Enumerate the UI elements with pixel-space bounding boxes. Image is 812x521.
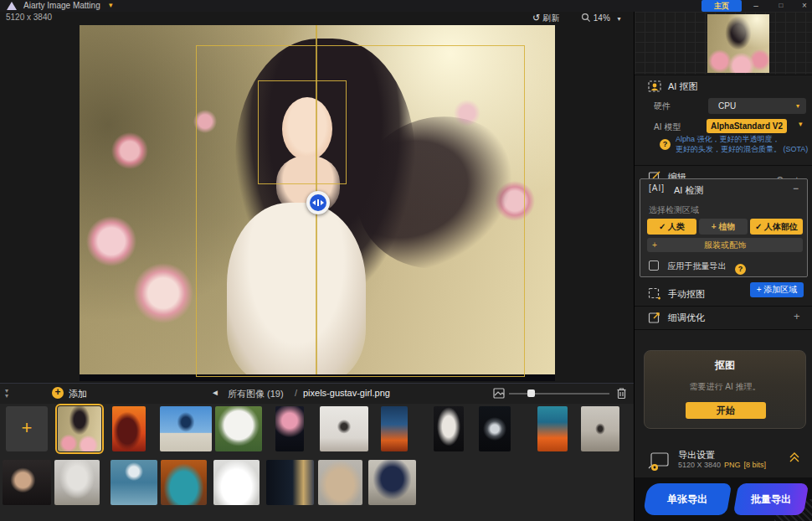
refresh-icon: ↺	[532, 13, 540, 23]
add-image-label[interactable]: 添加	[69, 388, 87, 400]
thumbnail-row-1: +	[0, 406, 634, 451]
thumbnail-skateboarder[interactable]	[160, 406, 212, 451]
thumbnail-orange-silhouette[interactable]	[112, 406, 146, 451]
hardware-label: 硬件	[654, 101, 671, 112]
detect-clothes-button[interactable]: +服装或配饰	[647, 238, 803, 252]
maximize-button[interactable]: □	[772, 0, 790, 12]
breadcrumb-current-file: pixels-gustav-girl.png	[303, 388, 390, 398]
preview-checkerboard	[635, 12, 812, 75]
zoom-level: 14%	[594, 13, 610, 23]
thumbnail-jumping-group[interactable]	[320, 406, 368, 451]
trash-icon[interactable]	[616, 387, 627, 400]
thumbnail-white-fabric[interactable]	[434, 406, 464, 451]
app-menu-chevron-icon[interactable]: ▾	[109, 1, 113, 9]
thumbnail-dark-flower[interactable]	[479, 406, 511, 451]
detect-human-button[interactable]: ✓ 人类	[647, 219, 696, 235]
model-hint-text: Alpha 强化，更好的半透明度， 更好的头发，更好的混合质量。 (SOTA)	[676, 134, 808, 154]
apply-batch-row: 应用于批量导出 ?	[649, 257, 746, 271]
thumbnail-row-2	[0, 460, 634, 505]
close-button[interactable]: ×	[795, 0, 812, 12]
start-button[interactable]: 开始	[686, 402, 766, 419]
add-image-icon[interactable]: +	[52, 387, 64, 399]
breadcrumb-separator: /	[295, 388, 297, 398]
ai-matting-title: AI 抠图	[668, 76, 697, 96]
divider	[635, 165, 812, 166]
matting-card-title: 抠图	[645, 359, 805, 373]
detect-region-subtitle: 选择检测区域	[649, 204, 699, 216]
breadcrumb-all-images[interactable]: 所有图像 (19)	[228, 388, 284, 400]
zoom-chevron-icon: ▾	[618, 15, 621, 23]
preview-thumbnail[interactable]	[707, 14, 769, 73]
ai-matting-section: AI 抠图	[635, 76, 812, 96]
refine-add-icon[interactable]: +	[794, 307, 800, 327]
detect-plant-button[interactable]: + 植物	[699, 219, 748, 235]
export-footer: 单张导出 批量导出	[635, 477, 812, 521]
model-select[interactable]: AlphaStandard V2	[707, 119, 787, 133]
thumbnail-white-sofa[interactable]	[213, 460, 260, 505]
thumbnail-beige-outfit-woman[interactable]	[318, 460, 362, 505]
apply-batch-help-icon[interactable]: ?	[735, 264, 746, 275]
right-sidebar: AI 抠图 硬件 CPU▾ AI 模型 AlphaStandard V2 ▾ ?…	[634, 12, 812, 521]
detection-region-rect[interactable]	[196, 45, 525, 377]
ai-detect-header: [AI] AI 检测 −	[640, 183, 807, 199]
thumbnail-blue-hair-woman[interactable]	[537, 406, 568, 451]
add-image-tile[interactable]: +	[6, 406, 48, 451]
ai-detect-title: AI 检测	[674, 184, 703, 197]
thumbnail-dandelion[interactable]	[215, 406, 262, 451]
double-chevron-up-icon[interactable]	[789, 451, 800, 464]
export-batch-button[interactable]: 批量导出	[733, 483, 809, 515]
thumbnail-veiled-woman[interactable]	[54, 460, 100, 505]
thumbnail-fashion-dark[interactable]	[266, 460, 314, 505]
hardware-row: 硬件 CPU▾	[635, 101, 812, 117]
zoom-control[interactable]: 14% ▾	[581, 13, 621, 23]
export-single-button[interactable]: 单张导出	[643, 483, 732, 515]
filmstrip-panel: ▾▾ + 添加 ◄ 所有图像 (19) / pixels-gustav-girl…	[0, 383, 634, 521]
refresh-button[interactable]: ↺刷新	[532, 13, 559, 24]
manual-matting-icon	[648, 287, 661, 301]
ai-detect-icon: [AI]	[649, 183, 665, 193]
detect-body-button[interactable]: ✓ 人体部位	[750, 219, 803, 235]
thumbnail-beach-walker[interactable]	[581, 406, 619, 451]
compare-slider-icon	[310, 194, 326, 211]
apply-batch-label: 应用于批量导出	[667, 261, 726, 271]
compare-slider-handle[interactable]	[306, 191, 330, 214]
thumbnail-jellyfish[interactable]	[275, 406, 304, 451]
face-detection-rect[interactable]	[258, 80, 347, 184]
refine-section: 细调优化 +	[635, 307, 812, 328]
model-help-icon[interactable]: ?	[660, 139, 671, 150]
add-region-button[interactable]: + 添加区域	[750, 282, 804, 297]
image-dimensions-label: 5120 x 3840	[6, 13, 52, 22]
magnifier-icon	[581, 13, 591, 23]
collapse-panel-icon[interactable]: −	[793, 183, 799, 194]
ai-matting-icon	[648, 80, 661, 93]
filmstrip-header: ▾▾ + 添加 ◄ 所有图像 (19) / pixels-gustav-girl…	[0, 384, 634, 404]
export-settings-row[interactable]: 导出设置 5120 X 3840PNG[8 bits]	[635, 449, 812, 477]
divider	[635, 306, 812, 307]
thumbnail-size-slider[interactable]	[509, 393, 609, 395]
refresh-label: 刷新	[542, 13, 559, 23]
collapse-filmstrip-icon[interactable]: ▾▾	[5, 389, 8, 399]
export-settings-meta: 5120 X 3840PNG[8 bits]	[678, 461, 766, 469]
thumbnail-blue-dress-woman[interactable]	[110, 460, 157, 505]
slider-handle[interactable]	[527, 389, 535, 397]
export-settings-title: 导出设置	[678, 449, 715, 462]
divider	[635, 329, 812, 330]
apply-batch-checkbox[interactable]	[649, 260, 659, 271]
app-window: Aiarty Image Matting ▾ 主页 – □ × 5120 x 3…	[0, 0, 812, 521]
model-chevron-icon[interactable]: ▾	[799, 120, 803, 128]
thumbnail-smiling-woman[interactable]	[3, 460, 51, 505]
hardware-select[interactable]: CPU▾	[708, 98, 806, 114]
minimize-button[interactable]: –	[747, 0, 765, 12]
home-button[interactable]: 主页	[702, 0, 742, 12]
thumbnail-neon-woman[interactable]	[381, 406, 408, 451]
hardware-chevron-icon: ▾	[796, 98, 799, 114]
thumbnail-teal-car[interactable]	[161, 460, 207, 505]
manual-matting-title: 手动抠图	[668, 284, 705, 304]
back-arrow-icon[interactable]: ◄	[211, 388, 219, 397]
plus-icon: +	[652, 238, 657, 252]
app-title: Aiarty Image Matting	[23, 1, 100, 10]
ai-detect-panel: [AI] AI 检测 − 选择检测区域 ✓ 人类 + 植物 ✓ 人体部位 +服装…	[640, 178, 808, 277]
thumbnail-girl-flowers[interactable]	[58, 406, 101, 451]
thumbnail-navy-outfit-woman[interactable]	[368, 460, 416, 505]
canvas-workspace: 5120 x 3840 ↺刷新 14% ▾	[0, 12, 634, 383]
